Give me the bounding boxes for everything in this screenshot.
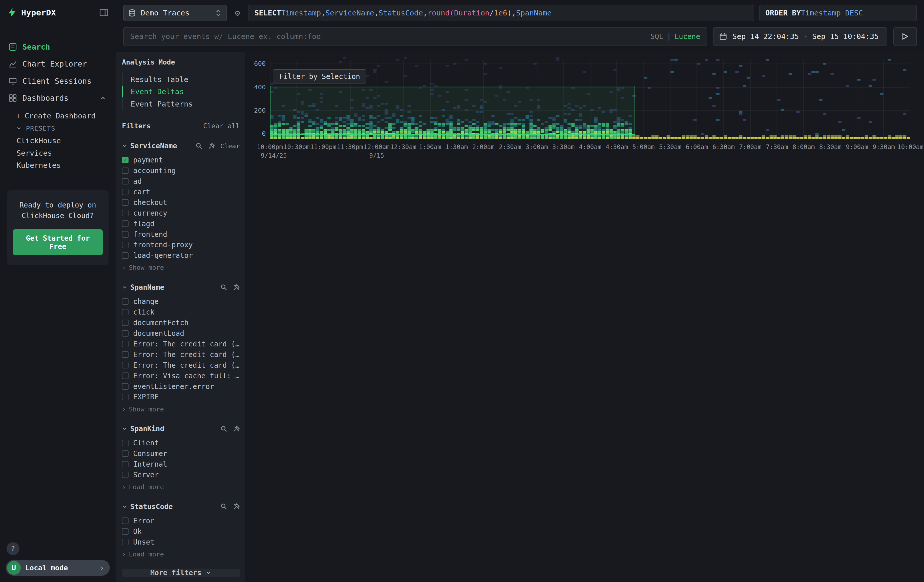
- facet-option[interactable]: documentFetch: [122, 318, 240, 328]
- facet-search-icon[interactable]: [220, 503, 228, 510]
- event-deltas-heatmap[interactable]: Filter by Selection 0200400600 10:00pm10…: [270, 56, 911, 139]
- checkbox[interactable]: [122, 330, 129, 337]
- checkbox[interactable]: [122, 199, 129, 206]
- checkbox[interactable]: [122, 220, 129, 227]
- facet-option[interactable]: flagd: [122, 218, 240, 229]
- facet-option[interactable]: Error: The credit card (…: [122, 360, 240, 371]
- lucene-mode-toggle[interactable]: Lucene: [675, 32, 700, 41]
- checkbox[interactable]: [122, 394, 129, 400]
- facet-option[interactable]: checkout: [122, 197, 240, 208]
- facet-search-icon[interactable]: [196, 142, 203, 150]
- facet-search-icon[interactable]: [220, 425, 228, 432]
- run-query-button[interactable]: [893, 27, 917, 46]
- checkbox-checked[interactable]: ✓: [122, 157, 129, 163]
- analysis-mode-tab-event-deltas[interactable]: Event Deltas: [123, 86, 240, 98]
- facet-option[interactable]: cart: [122, 186, 240, 197]
- collapse-sidebar-icon[interactable]: [99, 8, 109, 17]
- facet-search-icon[interactable]: [220, 284, 228, 291]
- checkbox[interactable]: [122, 242, 129, 248]
- filter-by-selection-button[interactable]: Filter by Selection: [273, 69, 366, 84]
- facet-header[interactable]: SpanName: [122, 283, 240, 292]
- facet-option[interactable]: frontend: [122, 229, 240, 240]
- facet-option[interactable]: Unset: [122, 537, 240, 547]
- facet-option[interactable]: Error: The credit card (…: [122, 349, 240, 360]
- checkbox[interactable]: [122, 298, 129, 305]
- facet-option[interactable]: EXPIRE: [122, 392, 240, 402]
- checkbox[interactable]: [122, 309, 129, 315]
- facet-option[interactable]: Error: Visa cache full: …: [122, 371, 240, 381]
- facet-header[interactable]: StatusCode: [122, 503, 240, 511]
- facet-show-more-link[interactable]: ›Show more: [122, 406, 240, 413]
- checkbox[interactable]: [122, 189, 129, 195]
- facet-option[interactable]: click: [122, 307, 240, 318]
- checkbox[interactable]: [122, 341, 129, 348]
- checkbox[interactable]: [122, 518, 129, 524]
- source-settings-gear-icon[interactable]: ⚙: [231, 8, 243, 18]
- sidebar-item-client-sessions[interactable]: Client Sessions: [0, 73, 116, 90]
- search-input[interactable]: Search your events w/ Lucene ex. column:…: [123, 27, 707, 46]
- facet-header[interactable]: ServiceNameClear: [122, 142, 240, 150]
- checkbox[interactable]: [122, 472, 129, 478]
- facet-option[interactable]: frontend-proxy: [122, 240, 240, 250]
- facet-option[interactable]: change: [122, 296, 240, 307]
- checkbox[interactable]: [122, 440, 129, 446]
- help-button[interactable]: ?: [7, 542, 20, 555]
- clear-all-filters-link[interactable]: Clear all: [203, 122, 240, 130]
- checkbox[interactable]: [122, 168, 129, 174]
- checkbox[interactable]: [122, 210, 129, 216]
- facet-option[interactable]: Ok: [122, 526, 240, 537]
- checkbox[interactable]: [122, 461, 129, 468]
- facet-clear-link[interactable]: Clear: [220, 142, 240, 150]
- facet-option[interactable]: ✓payment: [122, 155, 240, 165]
- analysis-mode-tab-event-patterns[interactable]: Event Patterns: [123, 98, 240, 110]
- facet-option[interactable]: Internal: [122, 459, 240, 470]
- facet-header[interactable]: SpanKind: [122, 425, 240, 433]
- more-filters-button[interactable]: More filters: [122, 569, 240, 577]
- checkbox[interactable]: [122, 231, 129, 237]
- sql-mode-toggle[interactable]: SQL: [650, 32, 663, 41]
- get-started-button[interactable]: Get Started for Free: [13, 229, 102, 256]
- facet-option[interactable]: eventListener.error: [122, 381, 240, 392]
- facet-option[interactable]: Error: [122, 516, 240, 526]
- checkbox[interactable]: [122, 362, 129, 368]
- facet-show-more-link[interactable]: ›Load more: [122, 551, 240, 558]
- sidebar-item-chart-explorer[interactable]: Chart Explorer: [0, 55, 116, 73]
- checkbox[interactable]: [122, 528, 129, 535]
- sidebar-item-kubernetes[interactable]: Kubernetes: [0, 159, 116, 171]
- checkbox[interactable]: [122, 539, 129, 545]
- facet-option[interactable]: Error: The credit card (…: [122, 338, 240, 349]
- facet-show-more-link[interactable]: ›Show more: [122, 264, 240, 271]
- user-menu[interactable]: U Local mode ›: [6, 560, 110, 576]
- checkbox[interactable]: [122, 351, 129, 358]
- facet-show-more-link[interactable]: ›Load more: [122, 483, 240, 491]
- checkbox[interactable]: [122, 320, 129, 326]
- presets-toggle[interactable]: PRESETS: [0, 122, 116, 134]
- checkbox[interactable]: [122, 383, 129, 390]
- facet-pin-icon[interactable]: [233, 425, 240, 432]
- facet-option[interactable]: documentLoad: [122, 328, 240, 338]
- facet-pin-icon[interactable]: [208, 142, 215, 150]
- facet-option[interactable]: load-generator: [122, 250, 240, 261]
- create-dashboard-button[interactable]: + Create Dashboard: [0, 110, 116, 122]
- facet-option[interactable]: currency: [122, 208, 240, 218]
- sidebar-item-services[interactable]: Services: [0, 147, 116, 159]
- select-clause-input[interactable]: SELECT Timestamp, ServiceName, StatusCod…: [248, 5, 754, 21]
- facet-pin-icon[interactable]: [233, 284, 240, 291]
- facet-option[interactable]: Server: [122, 470, 240, 480]
- source-select[interactable]: Demo Traces: [123, 5, 227, 21]
- time-range-picker[interactable]: Sep 14 22:04:35 - Sep 15 10:04:35: [713, 27, 887, 46]
- facet-option[interactable]: accounting: [122, 165, 240, 176]
- facet-option[interactable]: Consumer: [122, 448, 240, 459]
- facet-pin-icon[interactable]: [233, 503, 240, 510]
- checkbox[interactable]: [122, 252, 129, 259]
- checkbox[interactable]: [122, 178, 129, 185]
- analysis-mode-tab-results-table[interactable]: Results Table: [123, 73, 240, 86]
- checkbox[interactable]: [122, 373, 129, 379]
- sidebar-item-search[interactable]: Search: [0, 38, 116, 55]
- sidebar-item-clickhouse[interactable]: ClickHouse: [0, 134, 116, 147]
- order-by-input[interactable]: ORDER BY Timestamp DESC: [759, 5, 917, 21]
- facet-option[interactable]: Client: [122, 438, 240, 448]
- checkbox[interactable]: [122, 450, 129, 457]
- chart-selection-region[interactable]: [270, 86, 635, 135]
- facet-option[interactable]: ad: [122, 176, 240, 186]
